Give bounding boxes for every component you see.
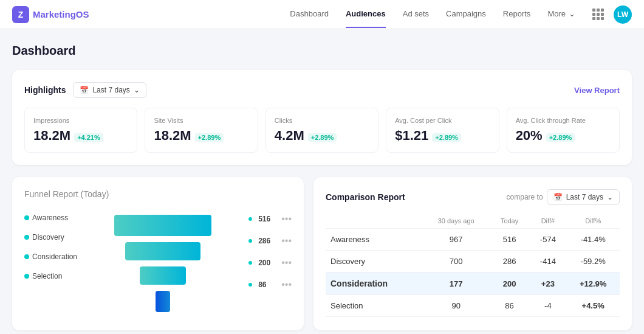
col-header-diffpct: Diff% — [566, 214, 620, 229]
funnel-row-discovery-val: 286 ••• — [248, 235, 292, 246]
table-row: Selection 90 86 -4 +4.5% — [326, 295, 620, 317]
row-selection-label: Selection — [326, 295, 423, 317]
funnel-label-selection: Selection — [24, 272, 77, 280]
val-dot-discovery — [248, 239, 252, 243]
nav-dashboard[interactable]: Dashboard — [290, 1, 329, 28]
metric-clicks-label: Clicks — [275, 117, 369, 124]
funnel-row-selection-val: 86 ••• — [248, 279, 292, 290]
funnel-bar-selection — [156, 291, 170, 312]
comparison-title: Comparison Report — [326, 192, 405, 202]
val-dot-selection — [248, 283, 252, 287]
selection-dot — [24, 274, 29, 279]
metric-ctr-label: Avg. Click through Rate — [516, 117, 611, 124]
chevron-down-icon-2: ⌄ — [607, 193, 613, 201]
funnel-visualization — [82, 209, 244, 318]
col-header-label — [326, 214, 423, 229]
funnel-labels: Awareness Discovery Consideration Select… — [24, 209, 77, 280]
discovery-dot — [24, 235, 29, 240]
table-row-highlighted: Consideration 177 200 +23 +12.9% — [326, 273, 620, 295]
nav-campaigns[interactable]: Campaigns — [446, 1, 486, 28]
table-row: Discovery 700 286 -414 -59.2% — [326, 251, 620, 273]
discovery-action-menu[interactable]: ••• — [281, 235, 292, 246]
nav-reports[interactable]: Reports — [503, 1, 531, 28]
row-consideration-today: 200 — [490, 273, 530, 295]
metric-impressions: Impressions 18.2M +4.21% — [24, 108, 137, 153]
metric-impressions-badge: +4.21% — [74, 133, 103, 142]
row-selection-today: 86 — [490, 295, 530, 317]
val-dot-awareness — [248, 217, 252, 221]
date-filter-button[interactable]: 📅 Last 7 days ⌄ — [73, 82, 146, 98]
metric-sitevisits-badge: +2.89% — [195, 133, 224, 142]
col-header-diffnum: Diff# — [529, 214, 566, 229]
logo-icon: Z — [12, 6, 29, 23]
highlights-header-left: Highlights 📅 Last 7 days ⌄ — [24, 82, 146, 98]
metrics-row: Impressions 18.2M +4.21% Site Visits 18.… — [24, 108, 620, 153]
metric-sitevisits-label: Site Visits — [154, 117, 248, 124]
metric-ctr: Avg. Click through Rate 20% +2.89% — [507, 108, 620, 153]
funnel-subtitle: (Today) — [81, 189, 109, 199]
funnel-title: Funnel Report (Today) — [24, 189, 292, 199]
row-consideration-label: Consideration — [326, 273, 423, 295]
main-content: Dashboard Highlights 📅 Last 7 days ⌄ Vie… — [0, 29, 644, 334]
logo-letter: Z — [18, 10, 24, 19]
avatar[interactable]: LW — [614, 5, 632, 24]
grid-icon[interactable] — [592, 9, 604, 20]
metric-sitevisits: Site Visits 18.2M +2.89% — [145, 108, 258, 153]
row-awareness-label: Awareness — [326, 229, 423, 251]
funnel-bar-consideration — [140, 266, 186, 285]
row-awareness-today: 516 — [490, 229, 530, 251]
metric-cpc: Avg. Cost per Click $1.21 +2.89% — [386, 108, 499, 153]
highlights-label: Highlights — [24, 85, 66, 95]
chevron-down-icon: ⌄ — [134, 86, 140, 94]
logo-name: MarketingOS — [33, 9, 89, 19]
funnel-bar-discovery — [125, 242, 200, 260]
metric-impressions-value: 18.2M +4.21% — [33, 128, 128, 144]
funnel-bar-awareness — [114, 215, 211, 236]
metric-cpc-value: $1.21 +2.89% — [395, 128, 490, 144]
selection-value: 86 — [258, 280, 275, 289]
logo[interactable]: Z MarketingOS — [12, 6, 89, 23]
view-report-link[interactable]: View Report — [574, 86, 620, 95]
funnel-label-discovery: Discovery — [24, 233, 77, 242]
row-selection-diffpct: +4.5% — [566, 295, 620, 317]
metric-clicks: Clicks 4.2M +2.89% — [265, 108, 379, 153]
row-awareness-diffpct: -41.4% — [566, 229, 620, 251]
col-header-today: Today — [490, 214, 530, 229]
nav-more[interactable]: More ⌄ — [547, 1, 575, 28]
funnel-card: Funnel Report (Today) Awareness Discover… — [12, 177, 304, 330]
table-header-row: 30 days ago Today Diff# Diff% — [326, 214, 620, 229]
comparison-table: 30 days ago Today Diff# Diff% Awareness … — [326, 214, 620, 317]
date-filter-label: Last 7 days — [92, 86, 129, 94]
consideration-dot — [24, 254, 29, 259]
nav-audiences[interactable]: Audiences — [346, 1, 386, 28]
row-discovery-30days: 700 — [423, 251, 490, 273]
comparison-date-filter[interactable]: 📅 Last 7 days ⌄ — [547, 189, 620, 205]
comparison-header: Comparison Report compare to 📅 Last 7 da… — [326, 189, 620, 205]
consideration-action-menu[interactable]: ••• — [281, 257, 292, 268]
compare-to-section: compare to 📅 Last 7 days ⌄ — [507, 189, 620, 205]
bottom-row: Funnel Report (Today) Awareness Discover… — [12, 177, 632, 330]
funnel-label-consideration: Consideration — [24, 252, 77, 261]
highlights-card: Highlights 📅 Last 7 days ⌄ View Report I… — [12, 70, 632, 165]
row-discovery-today: 286 — [490, 251, 530, 273]
metric-cpc-badge: +2.89% — [432, 133, 461, 142]
table-row: Awareness 967 516 -574 -41.4% — [326, 229, 620, 251]
metric-ctr-badge: +2.89% — [546, 133, 575, 142]
metric-ctr-value: 20% +2.89% — [516, 128, 611, 144]
row-awareness-30days: 967 — [423, 229, 490, 251]
calendar-icon-2: 📅 — [553, 193, 563, 201]
selection-action-menu[interactable]: ••• — [281, 279, 292, 290]
awareness-action-menu[interactable]: ••• — [281, 214, 292, 224]
funnel-svg — [108, 209, 218, 318]
comparison-date-label: Last 7 days — [566, 193, 603, 201]
awareness-value: 516 — [258, 215, 275, 223]
row-discovery-diffpct: -59.2% — [566, 251, 620, 273]
calendar-icon: 📅 — [80, 86, 89, 94]
nav-adsets[interactable]: Ad sets — [403, 1, 429, 28]
row-selection-diffnum: -4 — [529, 295, 566, 317]
metric-clicks-value: 4.2M +2.89% — [275, 128, 369, 144]
funnel-row-awareness-val: 516 ••• — [248, 214, 292, 224]
funnel-values-actions: 516 ••• 286 ••• 200 ••• — [248, 209, 292, 290]
awareness-dot — [24, 215, 29, 220]
row-consideration-diffpct: +12.9% — [566, 273, 620, 295]
